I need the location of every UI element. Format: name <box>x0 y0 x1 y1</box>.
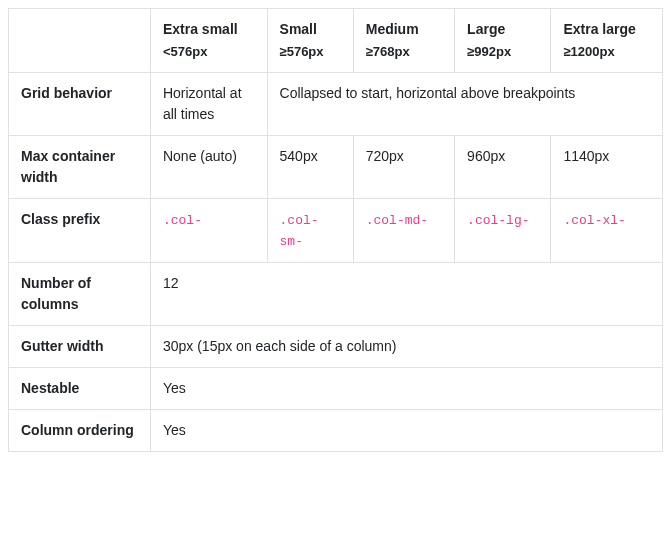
header-extra-small: Extra small <576px <box>150 9 267 73</box>
cell-value: 540px <box>267 135 353 198</box>
row-number-of-columns: Number of columns 12 <box>9 262 663 325</box>
header-small: Small ≥576px <box>267 9 353 73</box>
header-large: Large ≥992px <box>455 9 551 73</box>
table-header-row: Extra small <576px Small ≥576px Medium ≥… <box>9 9 663 73</box>
header-condition: ≥768px <box>366 42 442 62</box>
cell-value: Yes <box>150 409 662 451</box>
header-condition: <576px <box>163 42 255 62</box>
row-gutter-width: Gutter width 30px (15px on each side of … <box>9 325 663 367</box>
header-condition: ≥1200px <box>563 42 650 62</box>
cell-value: .col-xl- <box>551 198 663 262</box>
cell-value: .col-lg- <box>455 198 551 262</box>
row-class-prefix: Class prefix .col- .col-sm- .col-md- .co… <box>9 198 663 262</box>
cell-value: 30px (15px on each side of a column) <box>150 325 662 367</box>
row-label: Class prefix <box>9 198 151 262</box>
cell-value: .col-md- <box>353 198 454 262</box>
code-prefix: .col-sm- <box>280 213 319 250</box>
cell-value: Collapsed to start, horizontal above bre… <box>267 72 662 135</box>
cell-value: None (auto) <box>150 135 267 198</box>
header-extra-large: Extra large ≥1200px <box>551 9 663 73</box>
row-nestable: Nestable Yes <box>9 367 663 409</box>
header-condition: ≥576px <box>280 42 341 62</box>
grid-options-table: Extra small <576px Small ≥576px Medium ≥… <box>8 8 663 452</box>
header-label: Medium <box>366 21 419 37</box>
code-prefix: .col-md- <box>366 213 428 228</box>
row-label: Max container width <box>9 135 151 198</box>
row-grid-behavior: Grid behavior Horizontal at all times Co… <box>9 72 663 135</box>
row-label: Gutter width <box>9 325 151 367</box>
header-label: Large <box>467 21 505 37</box>
header-blank <box>9 9 151 73</box>
row-label: Nestable <box>9 367 151 409</box>
code-prefix: .col-lg- <box>467 213 529 228</box>
row-label: Number of columns <box>9 262 151 325</box>
header-label: Extra large <box>563 21 635 37</box>
cell-value: .col- <box>150 198 267 262</box>
header-condition: ≥992px <box>467 42 538 62</box>
row-label: Grid behavior <box>9 72 151 135</box>
cell-value: 12 <box>150 262 662 325</box>
cell-value: 1140px <box>551 135 663 198</box>
row-max-container-width: Max container width None (auto) 540px 72… <box>9 135 663 198</box>
cell-value: 720px <box>353 135 454 198</box>
cell-value: .col-sm- <box>267 198 353 262</box>
code-prefix: .col-xl- <box>563 213 625 228</box>
header-label: Small <box>280 21 317 37</box>
cell-value: Yes <box>150 367 662 409</box>
header-label: Extra small <box>163 21 238 37</box>
row-column-ordering: Column ordering Yes <box>9 409 663 451</box>
cell-value: Horizontal at all times <box>150 72 267 135</box>
row-label: Column ordering <box>9 409 151 451</box>
cell-value: 960px <box>455 135 551 198</box>
header-medium: Medium ≥768px <box>353 9 454 73</box>
code-prefix: .col- <box>163 213 202 228</box>
